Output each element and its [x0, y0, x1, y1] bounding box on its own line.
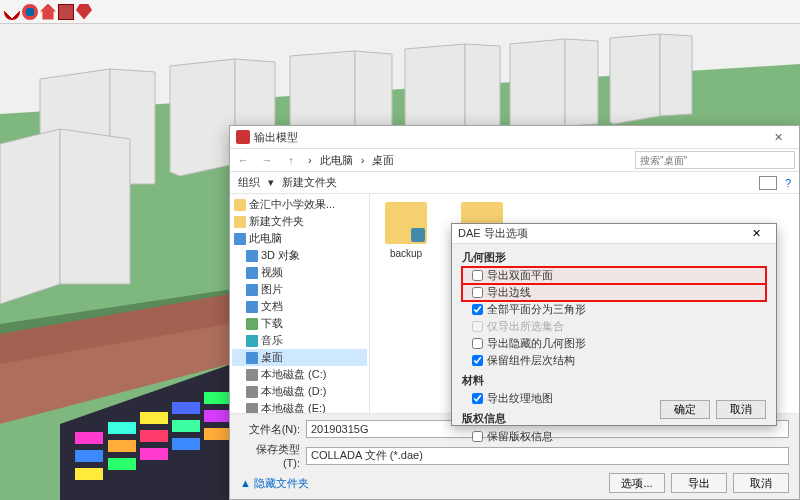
svg-rect-23	[108, 440, 136, 452]
tree-item[interactable]: 桌面	[232, 349, 367, 366]
materials-heading: 材料	[462, 373, 766, 388]
option-checkbox[interactable]	[472, 304, 483, 315]
tree-item-label: 此电脑	[249, 231, 282, 246]
svg-rect-21	[204, 392, 232, 404]
tree-item[interactable]: 本地磁盘 (D:)	[232, 383, 367, 400]
tree-item-label: 图片	[261, 282, 283, 297]
eye-icon[interactable]	[22, 4, 38, 20]
options-titlebar[interactable]: DAE 导出选项 ✕	[452, 224, 776, 244]
help-icon[interactable]: ?	[785, 177, 791, 189]
folder-tree[interactable]: 金汇中小学效果...新建文件夹此电脑3D 对象视频图片文档下载音乐桌面本地磁盘 …	[230, 194, 370, 413]
export-button[interactable]: 导出	[671, 473, 727, 493]
breadcrumb[interactable]: › 此电脑 › 桌面	[306, 153, 629, 168]
option-label: 仅导出所选集合	[487, 319, 564, 334]
cube-icon[interactable]	[58, 4, 74, 20]
svg-rect-24	[140, 430, 168, 442]
option-label: 导出边线	[487, 285, 531, 300]
tree-item[interactable]: 图片	[232, 281, 367, 298]
drive-icon	[246, 386, 258, 398]
drive-icon	[246, 369, 258, 381]
svg-rect-27	[75, 468, 103, 480]
breadcrumb-seg[interactable]: 桌面	[370, 153, 396, 168]
tree-item-label: 文档	[261, 299, 283, 314]
option-row[interactable]: 保留版权信息	[462, 428, 766, 445]
tree-item[interactable]: 本地磁盘 (E:)	[232, 400, 367, 413]
option-label: 全部平面分为三角形	[487, 302, 586, 317]
option-checkbox[interactable]	[472, 287, 483, 298]
up-icon[interactable]: ↑	[282, 151, 300, 169]
option-checkbox[interactable]	[472, 338, 483, 349]
comp-icon	[246, 250, 258, 262]
file-label: backup	[378, 248, 434, 259]
svg-marker-13	[0, 129, 60, 304]
option-label: 导出纹理地图	[487, 391, 553, 406]
tree-item[interactable]: 此电脑	[232, 230, 367, 247]
hide-folders-toggle[interactable]: ▲ 隐藏文件夹	[240, 476, 309, 491]
svg-marker-3	[170, 59, 235, 176]
scissors-icon[interactable]	[4, 4, 20, 20]
tree-item-label: 桌面	[261, 350, 283, 365]
cancel-button[interactable]: 取消	[716, 400, 766, 419]
option-row[interactable]: 导出隐藏的几何图形	[462, 335, 766, 352]
tree-item-label: 金汇中小学效果...	[249, 197, 335, 212]
filetype-label: 保存类型(T):	[240, 442, 300, 469]
dialog-nav: ← → ↑ › 此电脑 › 桌面	[230, 148, 799, 172]
gem-icon[interactable]	[76, 4, 92, 20]
tree-item-label: 新建文件夹	[249, 214, 304, 229]
svg-marker-8	[465, 44, 500, 136]
new-folder-button[interactable]: 新建文件夹	[282, 175, 337, 190]
tree-item-label: 本地磁盘 (E:)	[261, 401, 326, 413]
svg-rect-22	[75, 450, 103, 462]
svg-rect-20	[172, 402, 200, 414]
close-icon[interactable]: ✕	[742, 227, 770, 240]
tree-item-label: 本地磁盘 (C:)	[261, 367, 326, 382]
svg-rect-28	[108, 458, 136, 470]
option-row[interactable]: 导出双面平面	[462, 267, 766, 284]
option-checkbox[interactable]	[472, 270, 483, 281]
option-row[interactable]: 导出边线	[462, 284, 766, 301]
option-row[interactable]: 仅导出所选集合	[462, 318, 766, 335]
comp-icon	[246, 301, 258, 313]
dl-icon	[246, 318, 258, 330]
cancel-button[interactable]: 取消	[733, 473, 789, 493]
tree-item[interactable]: 音乐	[232, 332, 367, 349]
tree-item[interactable]: 本地磁盘 (C:)	[232, 366, 367, 383]
breadcrumb-seg[interactable]: 此电脑	[318, 153, 355, 168]
option-row[interactable]: 全部平面分为三角形	[462, 301, 766, 318]
view-mode-button[interactable]	[759, 176, 777, 190]
dialog-title: 输出模型	[254, 130, 763, 145]
option-checkbox[interactable]	[472, 393, 483, 404]
search-input[interactable]	[635, 151, 795, 169]
svg-marker-11	[610, 34, 660, 124]
ok-button[interactable]: 确定	[660, 400, 710, 419]
geometry-heading: 几何图形	[462, 250, 766, 265]
dae-options-dialog: DAE 导出选项 ✕ 几何图形 导出双面平面导出边线全部平面分为三角形仅导出所选…	[451, 223, 777, 426]
back-icon[interactable]: ←	[234, 151, 252, 169]
app-icon	[236, 130, 250, 144]
svg-rect-25	[172, 420, 200, 432]
svg-marker-12	[660, 34, 692, 116]
option-checkbox[interactable]	[472, 355, 483, 366]
forward-icon[interactable]: →	[258, 151, 276, 169]
dialog-titlebar[interactable]: 输出模型 ✕	[230, 126, 799, 148]
option-checkbox	[472, 321, 483, 332]
tree-item[interactable]: 3D 对象	[232, 247, 367, 264]
tree-item[interactable]: 新建文件夹	[232, 213, 367, 230]
drive-icon	[246, 403, 258, 414]
house-icon[interactable]	[40, 4, 56, 20]
close-icon[interactable]: ✕	[763, 128, 793, 146]
option-checkbox[interactable]	[472, 431, 483, 442]
options-button[interactable]: 选项...	[609, 473, 665, 493]
tree-item-label: 视频	[261, 265, 283, 280]
options-title: DAE 导出选项	[458, 226, 742, 241]
tree-item[interactable]: 金汇中小学效果...	[232, 196, 367, 213]
svg-rect-19	[140, 412, 168, 424]
option-row[interactable]: 保留组件层次结构	[462, 352, 766, 369]
tree-item[interactable]: 下载	[232, 315, 367, 332]
tree-item[interactable]: 文档	[232, 298, 367, 315]
file-item[interactable]: backup	[378, 202, 434, 259]
comp-icon	[246, 352, 258, 364]
organize-button[interactable]: 组织	[238, 175, 260, 190]
tree-item-label: 本地磁盘 (D:)	[261, 384, 326, 399]
tree-item[interactable]: 视频	[232, 264, 367, 281]
